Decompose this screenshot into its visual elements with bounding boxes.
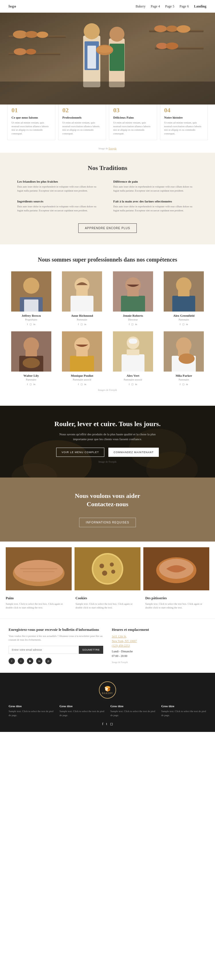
footer-tw-icon[interactable]: t <box>106 722 107 726</box>
navbar: logo Bakery Page 4 Page 5 Page 6 Landing <box>0 0 215 13</box>
footer-ig-icon[interactable]: ◻ <box>110 722 113 726</box>
info-card-3: 03 Délicieux Pains Ut enim ad minim veni… <box>109 102 157 140</box>
fb-icon-6[interactable]: f <box>78 383 79 386</box>
nav-page4[interactable]: Page 4 <box>151 4 160 9</box>
contact-section: Nous voulons vous aider Contactez-nous I… <box>0 477 215 541</box>
footer-social-row: f t ▶ in 𝕡 <box>9 658 103 664</box>
card-title-1: Ce que nous faisons <box>11 116 51 119</box>
email-input[interactable] <box>9 646 79 654</box>
li-icon-3[interactable]: in <box>135 323 137 326</box>
view-menu-button[interactable]: VOIR LE MENU COMPLET <box>56 448 104 457</box>
ig-icon[interactable]: ◻ <box>30 323 32 326</box>
svg-rect-30 <box>24 299 38 312</box>
nav-page6[interactable]: Page 6 <box>179 4 189 9</box>
location-hours: Lundi - Dimanche 07:00 - 20:00 <box>112 649 206 659</box>
newsletter-section: Enregistrez-vous pour recevoir le bullet… <box>9 627 103 665</box>
footer-fb-icon[interactable]: f <box>102 722 103 726</box>
team-name-4: Alex Greenfield <box>161 314 207 317</box>
svg-point-18 <box>96 46 113 53</box>
address-link2[interactable]: New York, NY 10007 <box>112 640 137 643</box>
trad-text-4: Duis aute irure dolor in reprehenderit i… <box>113 205 198 213</box>
svg-point-77 <box>102 571 107 576</box>
social-facebook[interactable]: f <box>9 658 15 664</box>
location-address1: 34 E 12th St, <box>112 634 206 639</box>
team-photo-4 <box>164 271 204 312</box>
freepik-link[interactable]: Freepik <box>109 147 117 150</box>
team-member-3: Jennie Roberts Directeur f ◻ in <box>111 271 156 326</box>
banner-buttons: VOIR LE MENU COMPLET COMMANDEZ MAINTENAN… <box>17 448 198 457</box>
svg-rect-51 <box>76 350 88 356</box>
hero-section <box>0 13 215 105</box>
team-social-6: f ◻ in <box>60 383 105 386</box>
footer-section: 🍞 Bakery Gros titre Sample text. Click t… <box>0 673 215 732</box>
trad-title-2: Différence de pain <box>113 180 198 183</box>
phone-link[interactable]: (123) 456-2253 <box>112 644 130 647</box>
products-text: Pains Sample text. Click to select the t… <box>6 596 209 610</box>
team-photo-3 <box>113 271 153 312</box>
footer-col-title-2: Gros titre <box>60 704 105 708</box>
fb-icon-8[interactable]: f <box>180 383 180 386</box>
svg-point-25 <box>166 43 178 49</box>
team-photo-8 <box>164 331 204 372</box>
submit-button[interactable]: SOUMETTRE <box>79 646 103 654</box>
team-member-1: Jeffrey Brown Propriétaire f ◻ in <box>9 271 54 326</box>
li-icon-4[interactable]: in <box>186 323 188 326</box>
freepik-note-hero: Image de Freepik <box>0 146 215 153</box>
team-role-4: Partenaire <box>161 318 207 321</box>
ig-icon-6[interactable]: ◻ <box>81 383 82 386</box>
nav-landing[interactable]: Landing <box>194 4 206 9</box>
li-icon-5[interactable]: in <box>33 383 35 386</box>
fb-icon[interactable]: f <box>27 323 28 326</box>
ig-icon-2[interactable]: ◻ <box>81 323 82 326</box>
li-icon-6[interactable]: in <box>84 383 86 386</box>
traditions-grid: Les friandises les plus fraîches Duis au… <box>17 180 198 213</box>
fb-icon-5[interactable]: f <box>27 383 28 386</box>
team-social-3: f ◻ in <box>111 323 156 326</box>
fb-icon-3[interactable]: f <box>129 323 130 326</box>
ig-icon-3[interactable]: ◻ <box>131 323 133 326</box>
nav-page5[interactable]: Page 5 <box>165 4 174 9</box>
ig-icon-4[interactable]: ◻ <box>182 323 184 326</box>
location-freepik: Image de Freepik <box>112 661 206 665</box>
ig-icon-7[interactable]: ◻ <box>131 383 133 386</box>
svg-point-7 <box>14 48 26 55</box>
learn-more-button[interactable]: APPRENDRE ENCORE PLUS <box>78 223 137 233</box>
nav-bakery[interactable]: Bakery <box>136 4 145 9</box>
social-youtube[interactable]: ▶ <box>27 658 33 664</box>
trad-item-3: Ingrédients sourcés Duis aute irure dolo… <box>17 200 102 213</box>
card-num-1: 01 <box>11 107 51 114</box>
team-name-3: Jennie Roberts <box>111 314 156 317</box>
address-link[interactable]: 34 E 12th St, <box>112 635 127 638</box>
team-member-6: Monique Pouliot Partenaire associé f ◻ i… <box>60 331 105 386</box>
trad-item-2: Différence de pain Duis aute irure dolor… <box>113 180 198 192</box>
card-title-4: Notre histoire <box>164 116 204 119</box>
fb-icon-4[interactable]: f <box>180 323 180 326</box>
hero-image <box>0 13 215 105</box>
trad-text-3: Duis aute irure dolor in reprehenderit i… <box>17 205 102 213</box>
fb-icon-2[interactable]: f <box>78 323 79 326</box>
social-twitter[interactable]: t <box>18 658 24 664</box>
svg-rect-37 <box>121 296 145 312</box>
ig-icon-5[interactable]: ◻ <box>30 383 32 386</box>
svg-point-15 <box>109 27 125 41</box>
order-now-button[interactable]: COMMANDEZ MAINTENANT <box>108 448 159 457</box>
li-icon-8[interactable]: in <box>186 383 188 386</box>
social-linkedin[interactable]: in <box>36 658 43 664</box>
team-role-5: Partenaire <box>9 378 54 381</box>
li-icon-7[interactable]: in <box>135 383 137 386</box>
ig-icon-8[interactable]: ◻ <box>182 383 184 386</box>
li-icon-2[interactable]: in <box>84 323 86 326</box>
card-title-2: Professionnels <box>63 116 102 119</box>
info-card-1: 01 Ce que nous faisons Ut enim ad minim … <box>7 102 55 140</box>
social-pinterest[interactable]: 𝕡 <box>45 658 52 664</box>
team-section: Nous sommes super professionnels dans no… <box>0 244 215 406</box>
location-title: Heures et emplacement <box>112 627 206 632</box>
location-section: Heures et emplacement 34 E 12th St, New … <box>112 627 206 665</box>
contact-button[interactable]: INFORMATIONS REQUISES <box>79 518 136 527</box>
fb-icon-7[interactable]: f <box>129 383 130 386</box>
team-photo-5 <box>11 331 51 372</box>
footer-col-3: Gros titre Sample text. Click to select … <box>111 704 156 717</box>
cookies-image <box>74 547 141 590</box>
li-icon[interactable]: in <box>33 323 35 326</box>
dark-banner-section: Rouler, lever et cuire. Tous les jours. … <box>0 406 215 477</box>
